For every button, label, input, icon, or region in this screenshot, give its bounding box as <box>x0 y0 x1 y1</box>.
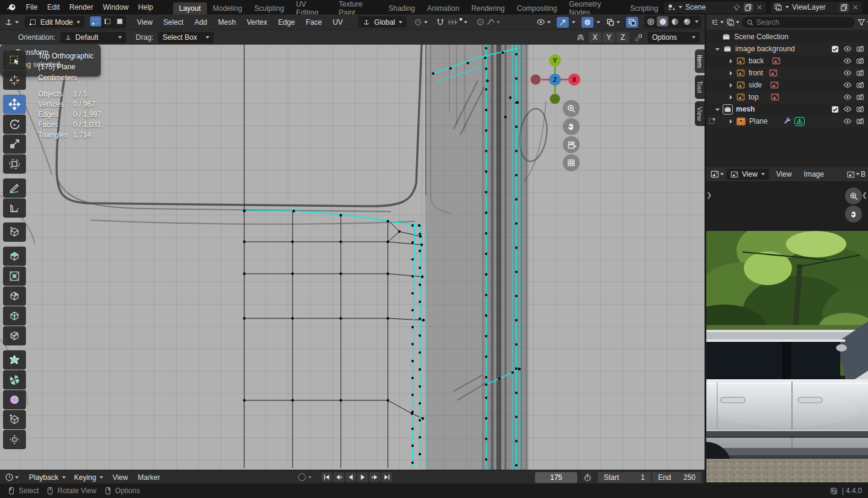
face-mode-button[interactable] <box>114 16 125 27</box>
filter-dropdown[interactable] <box>857 18 868 27</box>
modifier-badge[interactable] <box>794 117 805 126</box>
workspace-tab-uv-editing[interactable]: UV Editing <box>290 2 333 14</box>
outliner-row-top[interactable]: top <box>706 91 868 103</box>
image-display-mode[interactable]: View <box>726 169 769 180</box>
shading-dropdown[interactable] <box>693 16 700 27</box>
timeline-editor-type[interactable] <box>5 473 19 482</box>
menu-window[interactable]: Window <box>98 0 133 14</box>
timeline[interactable]: Playback Keying View Marker 175 Start1 E… <box>0 470 705 484</box>
tool-spin[interactable] <box>3 370 26 389</box>
workspace-tab-texture-paint[interactable]: Texture Paint <box>332 2 382 14</box>
chevron-right-icon[interactable] <box>727 93 735 101</box>
chevron-right-icon[interactable] <box>727 57 735 65</box>
pan-button[interactable] <box>845 206 862 222</box>
overlays-dropdown[interactable] <box>597 21 600 24</box>
menu-uv[interactable]: UV <box>328 18 348 27</box>
camera-icon[interactable] <box>856 81 864 89</box>
blender-logo-icon[interactable] <box>6 3 16 11</box>
proportional-falloff-selector[interactable] <box>486 17 500 27</box>
vertex-mode-button[interactable] <box>90 16 101 27</box>
outliner-row-plane[interactable]: Plane <box>706 115 868 127</box>
camera-view-button[interactable] <box>563 136 580 153</box>
snap-chain-icon[interactable] <box>634 33 643 42</box>
image-datablock-selector[interactable]: B <box>847 170 866 178</box>
chevron-down-icon[interactable] <box>714 106 721 113</box>
menu-view[interactable]: View <box>132 18 157 27</box>
pin-icon[interactable] <box>733 4 741 11</box>
outliner-editor-type[interactable] <box>711 18 724 27</box>
outliner-row-image-background[interactable]: image background <box>706 43 868 55</box>
current-frame-field[interactable]: 175 <box>535 472 577 483</box>
tool-move[interactable] <box>3 95 26 114</box>
playback-menu[interactable]: Playback <box>25 471 70 483</box>
chevron-right-icon[interactable] <box>727 118 735 125</box>
menu-edit[interactable]: Edit <box>42 0 65 14</box>
menu-view[interactable]: View <box>771 170 797 178</box>
new-viewlayer-button[interactable] <box>840 3 849 12</box>
close-icon[interactable] <box>756 4 763 11</box>
shading-wireframe-button[interactable] <box>645 16 656 27</box>
snap-toggle[interactable] <box>436 18 445 27</box>
workspace-tab-compositing[interactable]: Compositing <box>511 2 563 14</box>
scene-selector[interactable]: Scene <box>664 2 766 13</box>
ortho-toggle-button[interactable] <box>563 154 580 171</box>
tab-view[interactable]: View <box>695 101 705 127</box>
shading-material-button[interactable] <box>669 16 680 27</box>
tool-bevel[interactable] <box>3 286 26 306</box>
options-dropdown[interactable]: Options <box>648 32 700 43</box>
shading-solid-button[interactable] <box>657 16 668 27</box>
tab-item[interactable]: Item <box>695 49 705 73</box>
workspace-tab-geometry-nodes[interactable]: Geometry Nodes <box>563 2 624 14</box>
tool-annotate[interactable] <box>3 178 26 198</box>
outliner-search-input[interactable] <box>742 17 855 28</box>
visibility-filter[interactable] <box>536 17 551 27</box>
menu-render[interactable]: Render <box>65 0 98 14</box>
outliner-row-side[interactable]: side <box>706 79 868 91</box>
chevron-right-icon[interactable] <box>727 69 735 77</box>
xray-toggle[interactable] <box>606 18 620 27</box>
drag-dropdown[interactable]: Select Box <box>158 32 214 43</box>
zoom-button[interactable] <box>563 100 580 117</box>
next-keyframe-button[interactable] <box>369 472 381 482</box>
play-button[interactable] <box>357 472 369 482</box>
show-overlays-toggle[interactable] <box>581 17 594 28</box>
tool-knife[interactable] <box>3 326 26 345</box>
frame-start-field[interactable]: Start1 <box>598 472 651 483</box>
menu-face[interactable]: Face <box>301 18 327 27</box>
proportional-edit-toggle[interactable] <box>476 17 485 27</box>
tool-loop-cut[interactable] <box>3 306 26 326</box>
camera-icon[interactable] <box>856 117 864 125</box>
eye-icon[interactable] <box>843 69 852 77</box>
edge-mode-button[interactable] <box>102 16 113 27</box>
workspace-tab-shading[interactable]: Shading <box>382 2 421 14</box>
reference-photo-car-side[interactable] <box>706 231 868 482</box>
eye-icon[interactable] <box>843 117 852 125</box>
tool-rotate[interactable] <box>3 115 26 134</box>
auto-key-toggle[interactable] <box>298 473 312 481</box>
menu-mesh[interactable]: Mesh <box>214 18 241 27</box>
viewlayer-selector[interactable]: ViewLayer <box>771 2 862 13</box>
new-scene-button[interactable] <box>744 3 753 12</box>
frame-end-field[interactable]: End250 <box>652 472 702 483</box>
camera-icon[interactable] <box>856 93 864 101</box>
camera-icon[interactable] <box>856 57 864 65</box>
tool-inset-faces[interactable] <box>3 266 26 286</box>
mode-selector[interactable]: Edit Mode <box>25 16 84 28</box>
outliner-row-front[interactable]: front <box>706 67 868 79</box>
workspace-tab-modeling[interactable]: Modeling <box>207 2 249 14</box>
tool-transform[interactable] <box>3 154 26 174</box>
image-editor-type[interactable] <box>711 170 724 178</box>
tool-smooth[interactable] <box>3 390 26 409</box>
network-offline-icon[interactable] <box>829 487 838 496</box>
tab-tool[interactable]: Tool <box>695 75 705 98</box>
menu-file[interactable]: File <box>21 0 42 14</box>
camera-icon[interactable] <box>856 69 864 77</box>
snap-target-selector[interactable]: ⊦⊦⊦ <box>448 18 467 27</box>
outliner-row-mesh[interactable]: mesh <box>706 103 868 115</box>
orientation-dropdown[interactable]: Default <box>60 32 126 43</box>
eye-icon[interactable] <box>843 105 852 113</box>
eye-icon[interactable] <box>843 81 852 89</box>
chevron-right-icon[interactable] <box>727 81 735 89</box>
workspace-tab-rendering[interactable]: Rendering <box>465 2 510 14</box>
outliner-display-mode[interactable] <box>726 18 740 27</box>
